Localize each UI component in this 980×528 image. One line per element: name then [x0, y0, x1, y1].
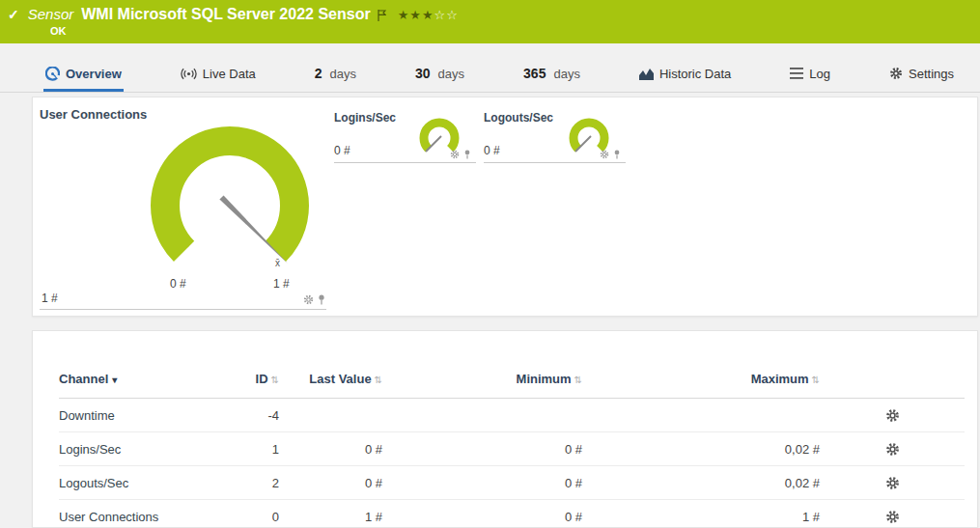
gauge-scale-max: 1 # [273, 277, 290, 291]
gauge-value-logins: 0 # [334, 144, 350, 157]
channel-name[interactable]: Logouts/Sec [59, 466, 223, 500]
tab-number: 2 [315, 66, 322, 81]
gauge-arc [424, 123, 455, 149]
channel-settings-gear-icon[interactable] [885, 407, 900, 422]
gauge-arc [165, 141, 294, 251]
channels-table: Channel▾ ID⇅ Last Value⇅ Minimum⇅ Maximu… [59, 366, 965, 528]
channel-minimum: 0 # [382, 432, 582, 466]
tab-label: Live Data [203, 67, 256, 81]
channel-last-value: 0 # [279, 432, 382, 466]
tab-historic-data[interactable]: Historic Data [637, 58, 733, 92]
gauge-title-logouts: Logouts/Sec [484, 111, 553, 125]
column-label: Maximum [751, 372, 809, 386]
channel-minimum: 0 # [382, 466, 582, 500]
tab-2-days[interactable]: 2 days [313, 58, 358, 92]
channel-id: 1 [223, 432, 279, 466]
overview-gauge-icon [45, 67, 60, 81]
channel-settings-gear-icon[interactable] [885, 475, 900, 489]
tab-overview[interactable]: Overview [43, 58, 124, 92]
favorite-star-rating[interactable]: ★★★☆☆ [398, 8, 459, 22]
channel-last-value: 0 # [279, 466, 382, 500]
channel-name[interactable]: Logins/Sec [59, 432, 223, 466]
channels-panel: Channel▾ ID⇅ Last Value⇅ Minimum⇅ Maximu… [32, 330, 978, 528]
channel-maximum: 0,02 # [582, 432, 820, 466]
sensor-header: ✓ Sensor WMI Microsoft SQL Server 2022 S… [0, 0, 980, 43]
channel-settings-gear-icon[interactable] [885, 441, 900, 456]
stars-empty[interactable]: ☆☆ [434, 8, 459, 22]
channel-last-value: 1 # [279, 500, 382, 528]
channel-maximum: 1 # [582, 500, 820, 528]
gear-icon [889, 67, 903, 80]
pin-icon[interactable] [318, 294, 325, 305]
gear-icon[interactable] [450, 150, 460, 159]
tab-unit: days [438, 67, 464, 81]
gauge-arc [574, 123, 604, 149]
table-row[interactable]: Logins/Sec 1 0 # 0 # 0,02 # [59, 432, 965, 466]
sort-icon: ⇅ [812, 375, 820, 385]
gauge-title-logins: Logins/Sec [334, 111, 396, 125]
column-header-maximum[interactable]: Maximum⇅ [582, 366, 820, 399]
channel-minimum [382, 399, 582, 432]
sort-icon: ⇅ [271, 375, 279, 385]
tab-label: Settings [909, 67, 954, 81]
table-row[interactable]: Logouts/Sec 2 0 # 0 # 0,02 # [59, 466, 965, 500]
channel-id: -4 [223, 399, 279, 432]
tab-settings[interactable]: Settings [887, 58, 956, 92]
status-ok-check-icon: ✓ [8, 7, 19, 22]
tab-unit: days [553, 67, 579, 81]
channel-settings-gear-icon[interactable] [885, 509, 900, 523]
gauges-panel: User Connections 0 # 1 # x̄ 1 # Logins/S… [32, 97, 978, 317]
page-title: WMI Microsoft SQL Server 2022 Sensor [81, 6, 370, 23]
column-label: Last Value [309, 372, 371, 386]
tab-365-days[interactable]: 365 days [521, 58, 582, 92]
channel-maximum: 0,02 # [582, 466, 820, 500]
sort-caret-icon: ▾ [112, 375, 117, 385]
column-header-last-value[interactable]: Last Value⇅ [279, 366, 382, 399]
channel-minimum: 0 # [382, 500, 582, 528]
area-chart-icon [639, 68, 654, 80]
tab-live-data[interactable]: Live Data [179, 58, 258, 92]
priority-flag-icon[interactable] [378, 8, 386, 25]
tab-label: Historic Data [659, 67, 731, 81]
tab-number: 365 [523, 66, 546, 81]
gauge-title-user-connections: User Connections [40, 107, 147, 122]
gear-icon[interactable] [600, 150, 609, 159]
gauge-average-marker: x̄ [275, 258, 280, 268]
tab-number: 30 [415, 66, 431, 81]
gauge-value-logouts: 0 # [484, 144, 500, 157]
channel-name[interactable]: User Connections [59, 500, 223, 528]
log-list-icon [790, 68, 803, 79]
table-row[interactable]: Downtime -4 [59, 399, 965, 432]
gauge-value-user-connections: 1 # [42, 292, 58, 305]
column-label: ID [256, 372, 268, 386]
status-badge: OK [50, 25, 67, 37]
stars-filled[interactable]: ★★★ [398, 8, 434, 22]
tab-30-days[interactable]: 30 days [413, 58, 466, 92]
gauge-toolbar [303, 294, 325, 305]
sort-icon: ⇅ [375, 375, 382, 385]
channel-maximum [582, 399, 820, 432]
gauge-footer-line [40, 309, 326, 310]
gear-icon[interactable] [303, 294, 314, 305]
sort-icon: ⇅ [574, 375, 582, 385]
column-header-id[interactable]: ID⇅ [223, 366, 279, 399]
channel-last-value [279, 399, 382, 432]
tab-bar: Overview Live Data 2 days 30 days 365 da… [0, 58, 980, 93]
column-header-channel[interactable]: Channel▾ [59, 366, 223, 399]
table-row[interactable]: User Connections 0 1 # 0 # 1 # [59, 500, 965, 528]
pin-icon[interactable] [463, 150, 471, 159]
channel-id: 2 [223, 466, 279, 500]
channel-name[interactable]: Downtime [59, 399, 223, 432]
column-label: Minimum [517, 372, 572, 386]
tab-unit: days [330, 67, 356, 81]
gauge-scale-min: 0 # [170, 277, 186, 291]
channel-id: 0 [223, 500, 279, 528]
column-header-minimum[interactable]: Minimum⇅ [382, 366, 582, 399]
tab-log[interactable]: Log [788, 58, 832, 92]
gauge-footer-line [334, 162, 476, 163]
column-header-actions [820, 366, 965, 399]
pin-icon[interactable] [613, 150, 621, 159]
column-label: Channel [59, 372, 108, 386]
object-kind-label: Sensor [28, 6, 74, 22]
table-header-row: Channel▾ ID⇅ Last Value⇅ Minimum⇅ Maximu… [59, 366, 965, 399]
